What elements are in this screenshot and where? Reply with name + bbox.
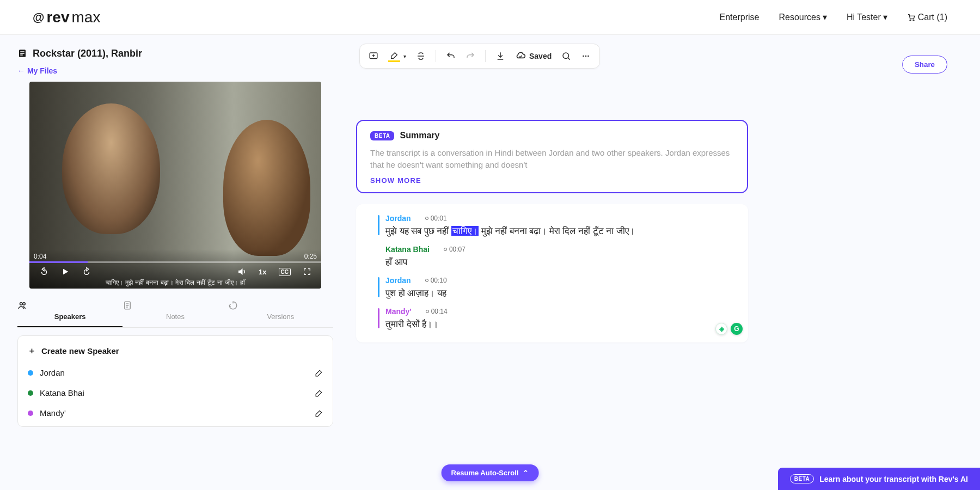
- chevron-down-icon: ▾: [823, 12, 827, 22]
- lightbulb-icon: ◈: [715, 323, 727, 335]
- nav-enterprise[interactable]: Enterprise: [720, 13, 759, 22]
- document-icon: [17, 48, 27, 58]
- edit-speaker-button[interactable]: [315, 409, 323, 417]
- nav-cart[interactable]: Cart (1): [907, 13, 947, 22]
- redo-button[interactable]: [465, 51, 475, 61]
- speaker-row[interactable]: Jordan: [18, 363, 333, 383]
- download-button[interactable]: [495, 51, 505, 61]
- speaker-color-dot: [28, 370, 33, 376]
- selected-text: चागिए।: [451, 226, 479, 236]
- beta-badge: BETA: [790, 474, 814, 483]
- logo-glyph-icon: @: [33, 10, 44, 24]
- video-frame-content: [62, 103, 160, 234]
- editor-toolbar: ▾ Saved: [359, 44, 600, 69]
- segment-timestamp[interactable]: 00:07: [444, 246, 465, 253]
- svg-rect-3: [20, 51, 24, 52]
- more-menu-button[interactable]: [581, 51, 591, 61]
- timestamp-dot-icon: [444, 248, 447, 251]
- transcript-body: Jordan 00:01 मुझे यह सब पुछ नहीं चागिए। …: [356, 204, 748, 342]
- transcript-segment[interactable]: Mandy' 00:14 तुमारी देसों है।।: [356, 302, 748, 333]
- grammar-widget[interactable]: ◈ G: [715, 323, 743, 335]
- beta-badge: BETA: [370, 131, 394, 140]
- save-status: Saved: [515, 51, 552, 62]
- summary-text: The transcript is a conversation in Hind…: [370, 147, 734, 171]
- highlight-button[interactable]: ▾: [388, 50, 406, 62]
- playback-speed-button[interactable]: 1x: [259, 268, 266, 276]
- forward-button[interactable]: [82, 267, 91, 277]
- fullscreen-button[interactable]: [303, 267, 311, 276]
- undo-button[interactable]: [446, 51, 456, 61]
- plus-icon: ＋: [28, 346, 36, 356]
- logo[interactable]: @ rev max: [33, 9, 100, 26]
- svg-point-8: [583, 56, 584, 57]
- speaker-row[interactable]: Mandy': [18, 403, 333, 423]
- nav-user-label: Hi Tester: [847, 13, 881, 22]
- segment-text[interactable]: मुझे यह सब पुछ नहीं चागिए। मुझे नहीं बनन…: [378, 226, 735, 236]
- summary-show-more-button[interactable]: SHOW MORE: [370, 176, 734, 185]
- svg-point-9: [585, 56, 587, 57]
- resume-label: Resume Auto-Scroll: [451, 469, 519, 477]
- strikethrough-button[interactable]: [416, 51, 426, 61]
- timestamp-dot-icon: [425, 279, 428, 282]
- left-panel: 0:04 0:25 1x CC चागिए। मुझे नहीं बनना बढ…: [17, 82, 333, 427]
- video-current-time: 0:04: [34, 253, 46, 260]
- tab-notes-label: Notes: [166, 313, 185, 321]
- tab-speakers[interactable]: Speakers: [17, 296, 122, 327]
- cart-icon: [907, 13, 916, 22]
- video-caption: चागिए। मुझे नहीं बनना बढ़ा। मेरा दिल नही…: [29, 279, 321, 286]
- volume-button[interactable]: [237, 267, 247, 277]
- nav-resources-label: Resources: [779, 13, 820, 22]
- speaker-name-label: Jordan: [40, 368, 65, 377]
- video-progress-bar[interactable]: [29, 261, 321, 263]
- add-comment-button[interactable]: [369, 51, 378, 61]
- transcript-segment[interactable]: Jordan 00:01 मुझे यह सब पुछ नहीं चागिए। …: [356, 209, 748, 240]
- edit-speaker-button[interactable]: [315, 389, 323, 397]
- transcript-segment[interactable]: Katana Bhai 00:07 हाँ आप: [356, 240, 748, 271]
- segment-timestamp[interactable]: 00:10: [425, 277, 447, 284]
- video-frame-content: [223, 120, 310, 256]
- segment-timestamp[interactable]: 00:01: [425, 215, 447, 222]
- create-speaker-button[interactable]: ＋ Create new Speaker: [18, 339, 333, 363]
- svg-rect-5: [20, 54, 23, 56]
- timestamp-dot-icon: [426, 310, 429, 313]
- svg-rect-4: [20, 53, 24, 54]
- segment-text[interactable]: तुमारी देसों है।।: [378, 319, 735, 329]
- transcript-segment[interactable]: Jordan 00:10 पुश हो आज़ाह। यह: [356, 271, 748, 302]
- versions-icon: [228, 301, 333, 310]
- segment-text[interactable]: पुश हो आज़ाह। यह: [378, 288, 735, 298]
- share-button[interactable]: Share: [902, 56, 947, 74]
- save-status-label: Saved: [529, 52, 552, 60]
- segment-timestamp[interactable]: 00:14: [426, 308, 448, 315]
- segment-speaker[interactable]: Jordan: [385, 214, 411, 223]
- segment-speaker[interactable]: Katana Bhai: [385, 245, 430, 254]
- tab-versions[interactable]: Versions: [228, 296, 333, 327]
- tab-notes[interactable]: Notes: [122, 296, 228, 327]
- nav-user-menu[interactable]: Hi Tester▾: [847, 12, 887, 22]
- rewind-button[interactable]: [39, 267, 49, 277]
- nav-resources[interactable]: Resources▾: [779, 12, 826, 22]
- play-button[interactable]: [61, 267, 70, 276]
- transcript-panel: BETA Summary The transcript is a convers…: [356, 82, 748, 342]
- file-title-text: Rockstar (2011), Ranbir: [33, 48, 142, 59]
- summary-heading: Summary: [400, 131, 439, 140]
- edit-speaker-button[interactable]: [315, 369, 323, 377]
- captions-button[interactable]: CC: [279, 268, 291, 276]
- ai-bar-label: Learn about your transcript with Rev's A…: [819, 475, 968, 483]
- ai-learn-bar[interactable]: BETA Learn about your transcript with Re…: [778, 468, 980, 490]
- svg-point-1: [913, 20, 914, 21]
- toolbar-divider: [436, 50, 436, 62]
- speaker-row[interactable]: Katana Bhai: [18, 383, 333, 403]
- segment-speaker[interactable]: Mandy': [385, 307, 412, 316]
- cloud-icon: [515, 51, 526, 62]
- resume-auto-scroll-button[interactable]: Resume Auto-Scroll ⌃: [442, 464, 539, 481]
- segment-speaker[interactable]: Jordan: [385, 276, 411, 285]
- top-nav: @ rev max Enterprise Resources▾ Hi Teste…: [0, 0, 980, 35]
- segment-text[interactable]: हाँ आप: [378, 257, 735, 267]
- video-player[interactable]: 0:04 0:25 1x CC चागिए। मुझे नहीं बनना बढ…: [29, 82, 321, 289]
- side-tabs: Speakers Notes Versions: [17, 296, 333, 328]
- timestamp-dot-icon: [425, 217, 428, 220]
- toolbar-divider: [485, 50, 486, 62]
- search-button[interactable]: [561, 51, 571, 61]
- speaker-name-label: Mandy': [40, 408, 66, 418]
- svg-point-7: [563, 53, 569, 59]
